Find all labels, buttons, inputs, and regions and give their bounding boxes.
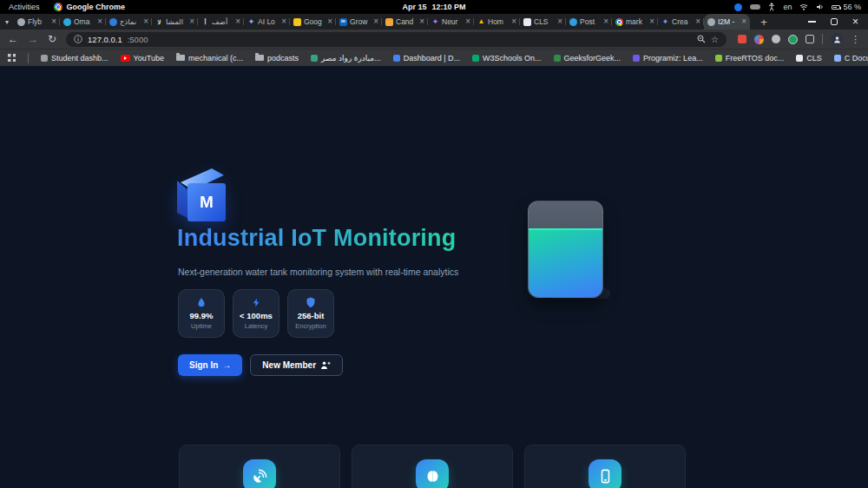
tab-14[interactable]: mark× xyxy=(612,14,658,30)
bookmark-item-11[interactable]: CLS xyxy=(796,54,822,63)
tab-7[interactable]: Goog× xyxy=(290,14,336,30)
bookmark-item-12[interactable]: C Documentat... xyxy=(834,54,868,63)
bookmark-item-5[interactable]: مبادرة رواد مصر... xyxy=(311,54,381,63)
sign-in-button[interactable]: Sign In → xyxy=(178,354,242,376)
tab-5[interactable]: أأضف× xyxy=(198,14,244,30)
weather-cloud-icon[interactable] xyxy=(750,4,760,10)
tab-favicon xyxy=(523,18,531,26)
activities-button[interactable]: Activities xyxy=(9,3,40,11)
bookmark-item-3[interactable]: mechanical (c... xyxy=(176,54,243,63)
tab-label: Crea xyxy=(672,17,693,26)
bookmark-item-10[interactable]: FreeRTOS doc... xyxy=(715,54,785,63)
smartphone-icon xyxy=(589,459,621,488)
tab-3[interactable]: نماذج× xyxy=(106,14,152,30)
folder-icon xyxy=(176,55,185,61)
tab-8[interactable]: inGrow× xyxy=(336,14,382,30)
youtube-icon xyxy=(121,55,130,62)
tab-label: Neur xyxy=(442,17,463,26)
bookmark-label: GeeksforGeek... xyxy=(564,54,621,63)
zoom-icon[interactable] xyxy=(697,35,706,43)
profile-avatar[interactable] xyxy=(831,33,843,45)
minimize-icon[interactable] xyxy=(808,21,816,23)
tab-4[interactable]: لاالمشا× xyxy=(152,14,198,30)
tab-15[interactable]: ✦Crea× xyxy=(658,14,704,30)
feature-card-realtime: Real-time Monitoring Live data streaming… xyxy=(179,445,340,488)
forward-icon[interactable]: → xyxy=(28,34,38,44)
new-member-button[interactable]: New Member xyxy=(250,354,343,376)
bookmark-label: YouTube xyxy=(134,54,164,63)
app-menu[interactable]: Google Chrome xyxy=(54,3,126,11)
new-member-label: New Member xyxy=(262,360,316,370)
bookmark-item-9[interactable]: Programiz: Lea... xyxy=(633,54,703,63)
feature-card-mobile: Mobile Ready Responsive design optimized… xyxy=(524,445,686,488)
tab-search-button[interactable]: ▾ xyxy=(0,14,14,30)
tab-favicon: ✦ xyxy=(431,18,439,26)
browser-menu-icon[interactable]: ⋮ xyxy=(851,34,860,45)
bookmark-star-icon[interactable]: ☆ xyxy=(711,35,719,44)
tab-12[interactable]: CLS× xyxy=(520,14,566,30)
bookmark-label: Programiz: Lea... xyxy=(643,54,703,63)
extension-brain-icon[interactable] xyxy=(754,35,764,44)
address-bar[interactable]: 127.0.0.1 :5000 ☆ xyxy=(66,32,727,47)
apps-grid-icon[interactable] xyxy=(8,54,16,62)
tab-close-icon[interactable]: × xyxy=(51,17,56,26)
bookmark-label: C Documentat... xyxy=(845,54,868,63)
site-favicon xyxy=(796,55,803,62)
tab-close-icon[interactable]: × xyxy=(557,17,562,26)
restore-icon[interactable] xyxy=(831,18,838,25)
tab-favicon: ✦ xyxy=(661,18,669,26)
bookmark-item-7[interactable]: W3Schools On... xyxy=(472,54,542,63)
tab-10[interactable]: ✦Neur× xyxy=(428,14,474,30)
tab-favicon xyxy=(293,18,301,26)
bookmark-item-8[interactable]: GeeksforGeek... xyxy=(554,54,621,63)
tab-close-icon[interactable]: × xyxy=(741,17,746,26)
tab-close-icon[interactable]: × xyxy=(281,17,286,26)
water-tank-illustration xyxy=(528,201,603,298)
reload-icon[interactable]: ↻ xyxy=(48,34,56,44)
new-tab-button[interactable]: + xyxy=(755,14,773,30)
bookmark-item-4[interactable]: podcasts xyxy=(255,54,299,63)
notification-badge-icon[interactable] xyxy=(734,3,742,11)
tab-favicon xyxy=(17,18,25,26)
tab-close-icon[interactable]: × xyxy=(235,17,240,26)
bookmark-item-6[interactable]: Dashboard | D... xyxy=(393,54,460,63)
tab-close-icon[interactable]: × xyxy=(511,17,516,26)
tab-favicon: ✦ xyxy=(247,18,255,26)
stat-label: Latency xyxy=(245,322,267,330)
tab-favicon xyxy=(385,18,393,26)
site-favicon xyxy=(41,55,48,62)
user-plus-icon xyxy=(320,360,331,370)
extension-gray-icon[interactable] xyxy=(772,35,780,43)
accessibility-icon[interactable] xyxy=(768,3,775,11)
tab-13[interactable]: Post× xyxy=(566,14,612,30)
tab-close-icon[interactable]: × xyxy=(695,17,700,26)
droplet-icon xyxy=(196,297,207,308)
tab-11[interactable]: ▲Hom× xyxy=(474,14,520,30)
tab-close-icon[interactable]: × xyxy=(419,17,424,26)
extension-red-icon[interactable] xyxy=(738,35,746,43)
battery-indicator[interactable]: 56 % xyxy=(832,3,861,11)
tab-9[interactable]: Cand× xyxy=(382,14,428,30)
tab-close-icon[interactable]: × xyxy=(97,17,102,26)
bookmark-item-2[interactable]: YouTube xyxy=(121,54,164,63)
tab-close-icon[interactable]: × xyxy=(327,17,332,26)
tab-close-icon[interactable]: × xyxy=(143,17,148,26)
extensions-puzzle-icon[interactable] xyxy=(806,35,814,43)
tab-close-icon[interactable]: × xyxy=(373,17,378,26)
tab-1[interactable]: Flyb× xyxy=(14,14,60,30)
bookmark-item-1[interactable]: Student dashb... xyxy=(41,54,108,63)
tab-6[interactable]: ✦AI Lo× xyxy=(244,14,290,30)
back-icon[interactable]: ← xyxy=(8,34,18,44)
tab-16[interactable]: I2M -× xyxy=(704,14,750,30)
site-info-icon[interactable] xyxy=(74,35,82,43)
tab-close-icon[interactable]: × xyxy=(603,17,608,26)
tab-close-icon[interactable]: × xyxy=(649,17,654,26)
tab-2[interactable]: Oma× xyxy=(60,14,106,30)
stat-value: 256-bit xyxy=(298,311,325,320)
tab-close-icon[interactable]: × xyxy=(189,17,194,26)
language-indicator[interactable]: en xyxy=(783,3,792,11)
tab-close-icon[interactable]: × xyxy=(465,17,470,26)
close-window-icon[interactable]: × xyxy=(852,16,858,27)
clock[interactable]: Apr 15 12:10 PM xyxy=(402,3,465,11)
extension-green-icon[interactable] xyxy=(788,35,798,44)
